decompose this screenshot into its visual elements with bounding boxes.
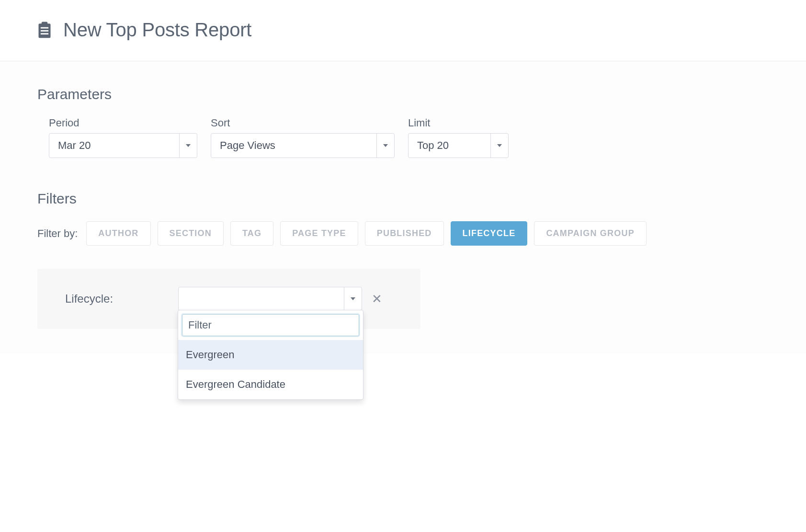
limit-group: Limit Top 20	[408, 117, 509, 158]
sort-label: Sort	[211, 117, 395, 129]
sort-select[interactable]: Page Views	[211, 133, 395, 158]
page-title: New Top Posts Report	[63, 19, 251, 41]
limit-select[interactable]: Top 20	[408, 133, 509, 158]
sort-group: Sort Page Views	[211, 117, 395, 158]
caret-down-icon	[180, 134, 197, 158]
close-icon[interactable]: ✕	[372, 293, 382, 305]
sort-value: Page Views	[211, 134, 377, 158]
page-header: New Top Posts Report	[0, 0, 806, 61]
caret-down-icon	[377, 134, 394, 158]
filter-tab-page-type[interactable]: PAGE TYPE	[280, 221, 358, 246]
period-label: Period	[49, 117, 197, 129]
filter-tab-published[interactable]: PUBLISHED	[365, 221, 444, 246]
filter-tab-campaign-group[interactable]: CAMPAIGN GROUP	[534, 221, 646, 246]
clipboard-icon	[37, 22, 52, 39]
parameters-heading: Parameters	[37, 86, 769, 102]
filters-heading: Filters	[37, 191, 769, 207]
filter-tab-lifecycle[interactable]: LIFECYCLE	[451, 221, 528, 246]
svg-rect-3	[41, 30, 48, 32]
lifecycle-dropdown: Evergreen Evergreen Candidate	[178, 310, 363, 400]
filter-tab-author[interactable]: AUTHOR	[86, 221, 150, 246]
lifecycle-panel-label: Lifecycle:	[65, 292, 113, 306]
lifecycle-select[interactable]	[178, 287, 362, 311]
svg-rect-4	[41, 33, 48, 34]
period-select[interactable]: Mar 20	[49, 133, 197, 158]
dropdown-option-evergreen[interactable]: Evergreen	[178, 340, 363, 370]
caret-down-icon	[491, 134, 508, 158]
limit-value: Top 20	[409, 134, 491, 158]
filter-tab-section[interactable]: SECTION	[158, 221, 224, 246]
svg-rect-1	[42, 22, 48, 25]
filter-by-label: Filter by:	[37, 227, 78, 240]
filter-tab-tag[interactable]: TAG	[230, 221, 273, 246]
dropdown-filter-input[interactable]	[182, 314, 359, 336]
lifecycle-value	[179, 287, 344, 310]
period-group: Period Mar 20	[49, 117, 197, 158]
limit-label: Limit	[408, 117, 509, 129]
period-value: Mar 20	[49, 134, 180, 158]
dropdown-option-evergreen-candidate[interactable]: Evergreen Candidate	[178, 370, 363, 399]
svg-rect-2	[41, 27, 48, 28]
caret-down-icon	[344, 287, 362, 310]
parameters-row: Period Mar 20 Sort Page Views Limit Top …	[37, 117, 769, 158]
lifecycle-filter-panel: Lifecycle: Evergreen Evergreen Cand	[37, 269, 420, 329]
filter-by-row: Filter by: AUTHOR SECTION TAG PAGE TYPE …	[37, 221, 769, 246]
